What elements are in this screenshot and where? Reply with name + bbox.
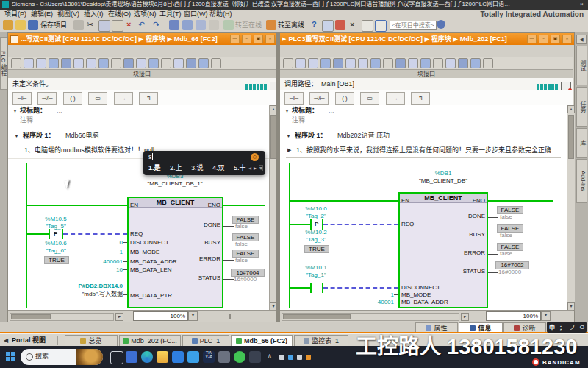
- ime-candidate[interactable]: 1.是: [148, 164, 161, 172]
- close-branch-icon[interactable]: ↰: [139, 92, 158, 105]
- expand-icon[interactable]: ▸: [115, 313, 123, 321]
- zoom-dropdown-icon[interactable]: ▾: [541, 311, 551, 321]
- zoom-slider-handle[interactable]: [229, 314, 231, 319]
- coil-icon[interactable]: ( ): [335, 92, 354, 105]
- editor-tool-icon[interactable]: [136, 58, 146, 68]
- rail-tab-libraries[interactable]: 库: [576, 128, 587, 158]
- zoom-dropdown-icon[interactable]: ▾: [188, 311, 198, 321]
- editor-tool-icon[interactable]: [86, 58, 96, 68]
- open-project-icon[interactable]: [15, 20, 26, 30]
- mail-icon[interactable]: [187, 351, 199, 363]
- panel-float-icon[interactable]: ▫: [242, 35, 251, 43]
- show-diagnostics-icon[interactable]: [322, 20, 334, 32]
- menu-item-options[interactable]: 选项(N): [134, 10, 157, 18]
- help-icon[interactable]: ?: [312, 19, 317, 30]
- contact-operand-tag[interactable]: "Tag_1": [290, 272, 342, 279]
- p-contact[interactable]: P: [310, 219, 323, 230]
- p-contact[interactable]: P: [49, 229, 63, 239]
- editor-tool-icon[interactable]: [383, 58, 393, 68]
- edge-memory-address[interactable]: %M10.6: [30, 240, 82, 247]
- zoom-slider[interactable]: [552, 316, 570, 316]
- delete-icon[interactable]: ×: [126, 19, 131, 30]
- menu-item-online[interactable]: 在线(O): [108, 10, 131, 18]
- lion-thumbnail[interactable]: [76, 349, 103, 365]
- left-hscrollbar[interactable]: [10, 313, 114, 321]
- tray-icon[interactable]: [306, 355, 311, 360]
- print-icon[interactable]: [74, 20, 84, 30]
- tray-icon[interactable]: [297, 355, 302, 360]
- network-title[interactable]: Mdb66电脑: [65, 132, 99, 140]
- edge-icon[interactable]: [141, 351, 153, 363]
- editor-tool-icon[interactable]: [433, 58, 443, 68]
- tia-portal-icon[interactable]: TIAV18: [203, 351, 215, 363]
- ime-prev-icon[interactable]: ◂: [248, 165, 251, 172]
- go-offline-label[interactable]: 转至离线: [278, 21, 304, 29]
- collapse-rail-icon[interactable]: ◀: [576, 35, 587, 44]
- no-contact[interactable]: [310, 283, 323, 293]
- close-window-icon[interactable]: ×: [580, 1, 584, 8]
- open-branch-icon[interactable]: →: [114, 92, 133, 105]
- start-cpu-icon[interactable]: [196, 20, 206, 30]
- download-to-device-icon[interactable]: [169, 20, 179, 30]
- value-ptr-name[interactable]: "mdb".写入数据: [42, 291, 123, 298]
- rail-tab-addins[interactable]: Add-Ins: [576, 159, 587, 203]
- start-button[interactable]: [6, 352, 16, 362]
- menu-item-window[interactable]: 窗口(W): [184, 10, 208, 18]
- right-panel-header[interactable]: ▶ PLC3重写双CII测试 [CPU 1214C DC/DC/DC] ▶ 程序…: [280, 33, 574, 45]
- ime-candidate[interactable]: 4.双: [212, 164, 225, 172]
- editor-tool-icon[interactable]: [74, 58, 84, 68]
- editor-tool-icon[interactable]: [333, 58, 343, 68]
- snipping-tool-icon[interactable]: [218, 351, 230, 363]
- collapse-icon[interactable]: ▼: [286, 133, 291, 138]
- menu-item-tools[interactable]: 工具(T): [159, 10, 182, 18]
- split-horizontal-icon[interactable]: [362, 20, 373, 32]
- editor-tool-icon[interactable]: [370, 58, 381, 68]
- save-project-label[interactable]: 保存项目: [40, 21, 67, 29]
- value-disconnect[interactable]: 0: [79, 239, 123, 247]
- contact-operand-address[interactable]: %M10.5: [30, 216, 82, 223]
- collapse-icon[interactable]: ▼: [12, 108, 18, 113]
- ime-candidate[interactable]: 5.十: [234, 164, 246, 172]
- go-offline-icon[interactable]: [266, 20, 276, 30]
- panel-maximize-icon[interactable]: ▣: [551, 35, 560, 43]
- empty-box-icon[interactable]: ▭: [360, 92, 379, 105]
- editor-tool-icon[interactable]: [111, 58, 121, 68]
- panel-float-icon[interactable]: ▫: [539, 35, 548, 43]
- editor-tool-icon[interactable]: [320, 58, 331, 68]
- menu-item-insert[interactable]: 插入(I): [84, 10, 104, 18]
- go-online-label[interactable]: 转至在线: [235, 21, 262, 29]
- scroll-thumb[interactable]: [11, 314, 51, 319]
- contact-operand-address[interactable]: %M10.0: [290, 205, 342, 213]
- network-comment[interactable]: 1、按照我的水平来说，我觉得连接上是没有任何问题的！只要一步步来且参数完全正确。…: [296, 146, 561, 155]
- crossref-icon[interactable]: [335, 20, 345, 30]
- editor-tool-icon[interactable]: [483, 58, 493, 68]
- project-search-input[interactable]: [390, 21, 437, 30]
- taskbar-item-watchtable[interactable]: 监控表_1: [294, 335, 348, 347]
- edge-memory-tag[interactable]: "Tag_6": [30, 247, 82, 255]
- value-mb-data-addr[interactable]: 40001: [350, 299, 394, 306]
- panel-maximize-icon[interactable]: ▣: [254, 35, 263, 43]
- edge-memory-tag[interactable]: "Tag_3": [290, 236, 342, 244]
- panel-close-icon[interactable]: ×: [562, 35, 572, 43]
- scroll-thumb[interactable]: [568, 115, 574, 159]
- task-view-icon[interactable]: [110, 351, 123, 364]
- editor-tool-icon[interactable]: [173, 58, 184, 68]
- db-name[interactable]: "MB_CLIENT_DB_1": [141, 180, 209, 188]
- zoom-select[interactable]: 100%: [133, 311, 188, 321]
- menu-item-project[interactable]: 项目(P): [4, 10, 26, 18]
- wechat-icon[interactable]: [234, 351, 245, 363]
- block-comment[interactable]: 注释: [20, 116, 33, 124]
- file-explorer-icon[interactable]: [157, 351, 168, 363]
- editor-tool-icon[interactable]: [211, 58, 221, 68]
- scroll-thumb[interactable]: [270, 115, 276, 159]
- editor-tool-icon[interactable]: [186, 58, 196, 68]
- redo-icon[interactable]: ↷: [153, 19, 159, 30]
- ime-emoji-icon[interactable]: ☺: [251, 153, 259, 161]
- taskbar-search-box[interactable]: 搜索: [21, 349, 103, 365]
- chat-icon[interactable]: [126, 351, 137, 363]
- tray-icon[interactable]: [279, 355, 284, 360]
- cut-icon[interactable]: ✂: [87, 19, 93, 30]
- ime-settings-icon[interactable]: ▾: [259, 165, 263, 171]
- editor-tool-icon[interactable]: [445, 58, 456, 68]
- menu-item-help[interactable]: 帮助(H): [209, 10, 232, 18]
